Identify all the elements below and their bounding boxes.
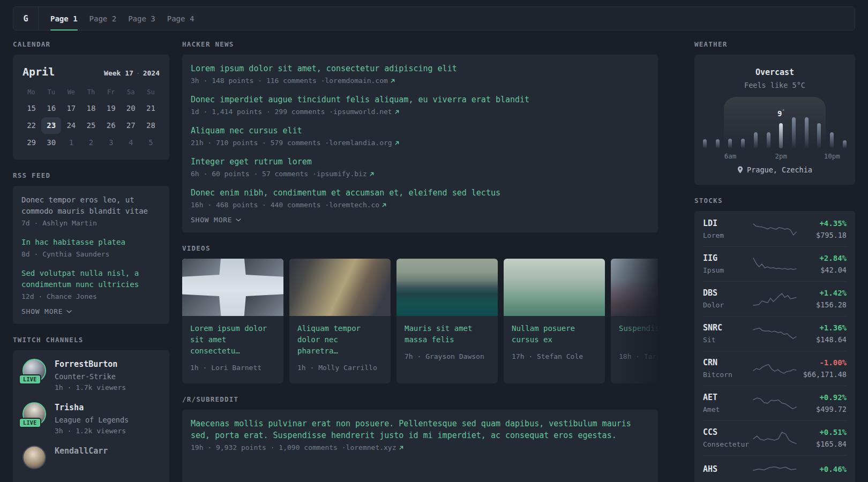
calendar-week-year: Week 17·2024 [104,69,160,77]
hacker-news-item-title[interactable]: Donec enim nibh, condimentum et accumsan… [191,187,649,199]
stock-values-block: +0.46% [797,464,847,476]
twitch-channel-name[interactable]: KendallCarr [55,446,108,457]
calendar-day: 27 [121,117,141,134]
hacker-news-item-meta-text: 16h · 468 points · 440 comments · [191,200,329,210]
stock-row-dbs[interactable]: DBSDolor+1.42%$156.28 [703,281,847,316]
hacker-news-item-domain-link[interactable]: loremtech.co [329,200,386,210]
twitch-avatar-wrap: LIVE [23,359,46,382]
rss-item: In hac habitasse platea8d · Cynthia Saun… [21,237,161,260]
hacker-news-item-title[interactable]: Lorem ipsum dolor sit amet, consectetur … [191,63,649,74]
stock-row-iig[interactable]: IIGIpsum+2.84%$42.04 [703,246,847,281]
calendar-weekday: We [61,87,81,100]
tab-page-3[interactable]: Page 3 [122,7,161,30]
calendar-day: 24 [61,117,81,134]
twitch-channel-name[interactable]: Trisha [55,402,129,413]
stock-symbol-block: SNRCSit [703,322,752,345]
subreddit-post-domain-link[interactable]: loremnet.xyz [346,442,403,453]
stock-change: +1.36% [797,322,847,334]
hacker-news-item-domain-link[interactable]: loremlandia.org [329,138,399,148]
video-card[interactable]: Aliquam tempor dolor nec pharetra…1h · M… [289,259,391,383]
hacker-news-item-title[interactable]: Aliquam nec cursus elit [191,125,649,137]
stock-row-ccs[interactable]: CCSConsectetur+0.51%$165.84 [703,420,847,455]
rss-item: Sed volutpat nulla nisl, a condimentum n… [21,268,161,302]
stocks-widget: STOCKS LDILorem+4.35%$795.18IIGIpsum+2.8… [694,197,855,482]
stock-sparkline [752,221,797,237]
stock-price: $148.64 [797,335,847,345]
hacker-news-section-label: HACKER NEWS [182,40,658,49]
video-title: Suspendisse diam [619,323,658,345]
hacker-news-show-more-button[interactable]: SHOW MORE [191,216,241,224]
twitch-channel-name[interactable]: ForrestBurton [55,359,126,370]
stock-symbol-block: CCSConsectetur [703,427,752,449]
stock-symbol-block: IIGIpsum [703,253,752,275]
rss-item-title[interactable]: In hac habitasse platea [21,237,161,248]
hacker-news-item-title[interactable]: Integer eget rutrum lorem [191,156,649,168]
middle-column: HACKER NEWS Lorem ipsum dolor sit amet, … [182,40,658,482]
tab-page-2[interactable]: Page 2 [84,7,123,30]
weather-bars [703,116,847,148]
stock-sparkline [752,395,797,411]
tab-page-1[interactable]: Page 1 [44,7,84,30]
stock-sparkline [752,360,797,376]
stock-symbol: LDI [703,218,752,229]
external-link-arrow-icon [395,110,399,114]
rss-item-meta: 8d · Cynthia Saunders [21,249,161,260]
video-thumbnail [504,259,605,316]
subreddit-post-meta-text: 19h · 9,932 points · 1,090 comments · [191,442,346,453]
stock-row-ldi[interactable]: LDILorem+4.35%$795.18 [703,212,847,246]
subreddit-post-title[interactable]: Maecenas mollis pulvinar erat non posuer… [191,418,649,441]
stock-row-ahs[interactable]: AHS+0.46% [703,455,847,482]
show-more-label: SHOW MORE [191,216,232,224]
twitch-channel-row[interactable]: LIVEForrestBurtonCounter-Strike1h · 1.7k… [21,359,161,393]
twitch-channel-row[interactable]: LIVETrishaLeague of Legends3h · 1.2k vie… [21,402,161,436]
hacker-news-item: Lorem ipsum dolor sit amet, consectetur … [191,63,649,86]
video-card[interactable]: Suspendisse diam18h · Tara [611,259,658,383]
video-thumbnail [289,259,391,316]
video-card[interactable]: Nullam posuere cursus ex17h · Stefan Col… [504,259,605,383]
tab-page-4[interactable]: Page 4 [161,7,200,30]
video-card[interactable]: Lorem ipsum dolor sit amet consectetu…1h… [182,259,283,383]
stock-symbol: SNRC [703,322,752,334]
live-badge: LIVE [19,418,41,428]
location-pin-icon [737,166,743,174]
stock-row-crn[interactable]: CRNBitcorn-1.00%$66,171.48 [703,351,847,386]
stock-values-block: +0.92%$499.72 [797,392,847,415]
video-card[interactable]: Mauris sit amet massa felis7h · Grayson … [396,259,498,383]
rss-item-title[interactable]: Sed volutpat nulla nisl, a condimentum n… [21,268,161,290]
hacker-news-item-meta-text: 21h · 710 points · 579 comments · [191,138,329,148]
calendar-weekday: Mo [21,87,41,100]
video-thumbnail [611,259,658,316]
rss-show-more-button[interactable]: SHOW MORE [21,307,72,315]
weather-hourly-chart: 9°6am2pm10pm [703,97,847,160]
hacker-news-item: Aliquam nec cursus elit21h · 710 points … [191,125,649,148]
header-divider [38,7,39,30]
top-navigation-bar: G Page 1Page 2Page 3Page 4 [13,6,855,31]
stock-name: Dolor [703,300,752,310]
stock-price: $66,171.48 [797,370,847,380]
calendar-day: 20 [121,100,141,117]
hacker-news-widget: HACKER NEWS Lorem ipsum dolor sit amet, … [182,40,658,232]
video-thumbnail [396,259,498,316]
stock-symbol: IIG [703,253,752,264]
hacker-news-item-domain-link[interactable]: loremdomain.com [325,76,394,86]
rss-item-title[interactable]: Donec tempor eros leo, ut commodo mauris… [21,194,161,217]
stock-values-block: +4.35%$795.18 [797,218,847,240]
hacker-news-item-domain-link[interactable]: ipsumworld.net [333,107,399,117]
twitch-channel-meta: 3h · 1.2k viewers [55,426,129,436]
weather-current-temp: 9° [777,109,785,118]
stock-change: +0.46% [797,464,847,475]
hacker-news-item-title[interactable]: Donec imperdiet augue tincidunt felis al… [191,94,649,106]
twitch-channel-row[interactable]: KendallCarr [21,446,161,478]
calendar-day-selected: 23 [41,117,61,134]
calendar-day: 29 [21,134,41,151]
calendar-widget: CALENDAR April Week 17·2024 MoTuWeThFrSa… [13,40,169,160]
subreddit-post-list: Maecenas mollis pulvinar erat non posuer… [191,418,649,453]
stock-row-aet[interactable]: AETAmet+0.92%$499.72 [703,386,847,420]
hacker-news-item-domain-link[interactable]: ipsumify.biz [317,169,374,179]
rss-item-meta: 7d · Ashlyn Martin [21,218,161,229]
stock-row-snrc[interactable]: SNRCSit+1.36%$148.64 [703,316,847,351]
calendar-day: 28 [141,117,161,134]
weather-hour-bar [817,123,821,148]
stock-change: +1.42% [797,288,847,299]
weather-hour-bar [703,139,707,148]
